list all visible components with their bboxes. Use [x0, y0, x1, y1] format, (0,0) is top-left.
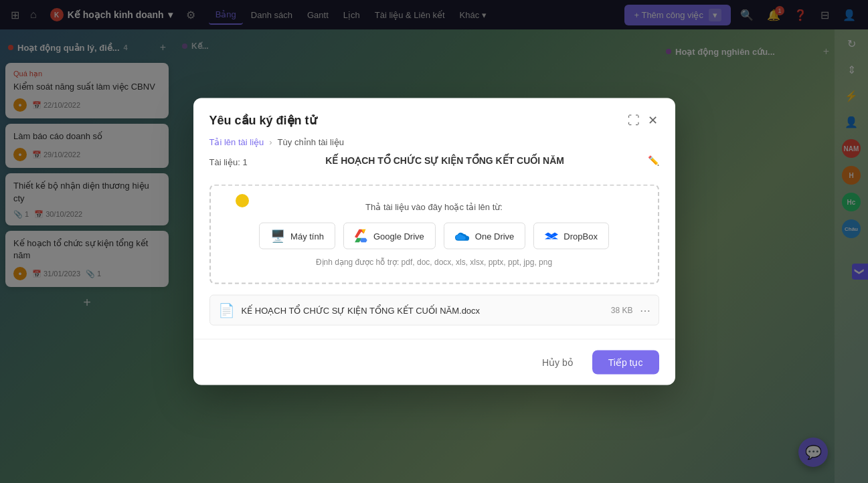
modal-footer: Hủy bỏ Tiếp tục [193, 339, 675, 385]
upload-onedrive-button[interactable]: One Drive [444, 223, 526, 250]
modal-header-icons: ⛶ ✕ [626, 112, 659, 129]
continue-button[interactable]: Tiếp tục [592, 351, 659, 375]
upload-computer-button[interactable]: 🖥️ Máy tính [259, 223, 335, 250]
cancel-button[interactable]: Hủy bỏ [531, 352, 584, 373]
file-size: 38 KB [611, 306, 633, 315]
computer-icon: 🖥️ [270, 229, 285, 244]
upload-dropbox-button[interactable]: DropBox [533, 223, 609, 250]
doc-edit-icon[interactable]: ✏️ [648, 155, 659, 166]
file-name: KẾ HOẠCH TỔ CHỨC SỰ KIỆN TỔNG KẾT CUỐI N… [242, 305, 604, 315]
upload-gdrive-button[interactable]: Google Drive [343, 223, 436, 250]
supported-formats: Định dạng được hỗ trợ: pdf, doc, docx, x… [227, 258, 642, 267]
breadcrumb-separator: › [269, 137, 272, 147]
file-row: 📄 KẾ HOẠCH TỔ CHỨC SỰ KIỆN TỔNG KẾT CUỐI… [209, 295, 659, 326]
upload-buttons: 🖥️ Máy tính Google Drive [227, 223, 642, 250]
modal-close-icon[interactable]: ✕ [646, 112, 659, 129]
gdrive-icon [355, 229, 368, 243]
doc-name: KẾ HOẠCH TỔ CHỨC SỰ KIỆN TỔNG KẾT CUỐI N… [248, 155, 642, 166]
file-menu-icon[interactable]: ⋯ [640, 304, 650, 316]
modal-expand-icon[interactable]: ⛶ [626, 112, 641, 128]
breadcrumb-upload-link[interactable]: Tải lên tài liệu [209, 137, 264, 147]
signature-request-modal: Yêu cầu ký điện tử ⛶ ✕ Tải lên tài liệu … [193, 98, 675, 385]
doc-count-label: Tài liệu: 1 [209, 157, 248, 167]
breadcrumb-current: Tùy chỉnh tài liệu [278, 137, 344, 147]
dropbox-icon [545, 229, 558, 243]
modal-title: Yêu cầu ký điện tử [209, 113, 317, 128]
upload-dropzone[interactable]: Thả tài liệu vào đây hoặc tải lên từ: 🖥️… [209, 185, 659, 284]
upload-instruction: Thả tài liệu vào đây hoặc tải lên từ: [227, 202, 642, 212]
modal-breadcrumb: Tải lên tài liệu › Tùy chỉnh tài liệu [193, 137, 675, 155]
modal-header: Yêu cầu ký điện tử ⛶ ✕ [193, 98, 675, 137]
modal-body: Tài liệu: 1 KẾ HOẠCH TỔ CHỨC SỰ KIỆN TỔN… [193, 155, 675, 339]
file-doc-icon: 📄 [218, 302, 235, 318]
onedrive-icon [455, 231, 470, 242]
